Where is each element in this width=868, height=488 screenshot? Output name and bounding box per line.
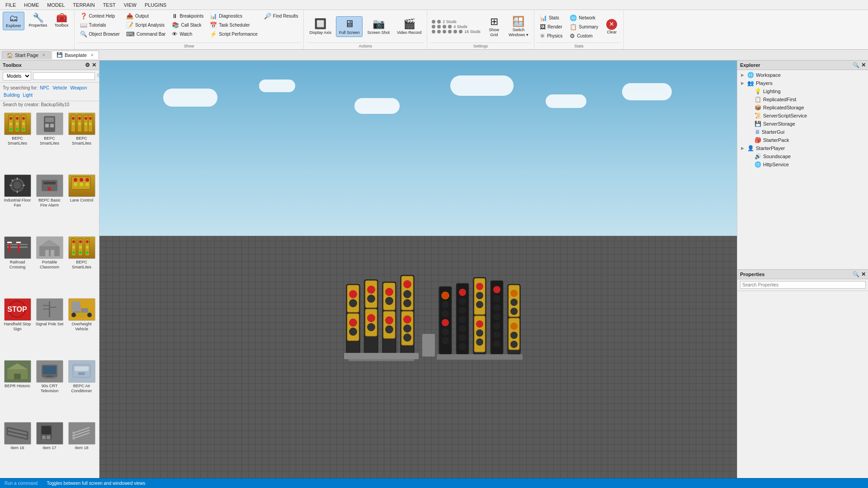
svg-point-1 — [9, 117, 12, 120]
tool-item-17[interactable]: Item 18 — [66, 420, 97, 476]
explorer-filter-icon[interactable]: 🔍 — [853, 62, 859, 68]
toolbox-button[interactable]: 🧰 Toolbox — [52, 12, 71, 29]
tree-server-script-service[interactable]: ▶ 📜 ServerScriptService — [737, 112, 868, 120]
tree-replicated-storage[interactable]: ▶ 📦 ReplicatedStorage — [737, 103, 868, 112]
call-stack-btn[interactable]: 📚Call Stack — [169, 21, 206, 29]
suggestion-weapon[interactable]: Weapon — [70, 85, 87, 90]
explorer-button[interactable]: 🗂 Explorer — [3, 12, 24, 30]
network-btn[interactable]: 🌐Network — [567, 14, 601, 22]
output-btn[interactable]: 📤Output — [123, 12, 168, 20]
tool-item-3[interactable]: Industrial Floor Fan — [2, 173, 33, 234]
tab-start-page[interactable]: 🏠 Start Page ✕ — [2, 51, 51, 59]
tool-item-12[interactable]: BEPR Historic — [2, 358, 33, 419]
video-record-btn[interactable]: 🎬 Video Record — [394, 17, 424, 36]
tool-item-11[interactable]: Overheight Vehicle — [66, 296, 97, 357]
breakpoints-btn[interactable]: ⏸Breakpoints — [169, 12, 206, 20]
tool-item-13[interactable]: 90s CRT Television — [34, 358, 65, 419]
physics-btn[interactable]: ⚛Physics — [537, 32, 565, 40]
menu-view[interactable]: VIEW — [120, 1, 140, 9]
cloud-1 — [163, 89, 217, 107]
tool-item-5[interactable]: Lane Control — [66, 173, 97, 234]
full-screen-btn[interactable]: 🖥 Full Screen — [336, 16, 363, 37]
display-axis-btn[interactable]: 🔲 Display Axis — [307, 17, 334, 36]
svg-rect-50 — [16, 242, 21, 243]
tree-soundscape[interactable]: ▶ 🔊 Soundscape — [737, 152, 868, 160]
clear-btn[interactable]: ✕ Clear — [603, 18, 621, 36]
tool-item-6[interactable]: Railroad Crossing — [2, 235, 33, 296]
tool-item-9[interactable]: STOP Handheld Stop Sign — [2, 296, 33, 357]
ribbon-home-section: 🗂 Explorer 🔧 Properties 🧰 Toolbox — [0, 10, 75, 49]
tool-item-8[interactable]: BEPC SmartLites — [66, 235, 97, 296]
tab-baseplate[interactable]: 💾 Baseplate ✕ — [52, 51, 99, 59]
properties-search-input[interactable] — [740, 281, 866, 289]
tool-item-14[interactable]: BEPC Air Conditioner — [66, 358, 97, 419]
viewport[interactable] — [99, 61, 737, 478]
menu-model[interactable]: MODEL — [43, 1, 68, 9]
creator-info: Search by creator: BackupSilly10 — [0, 101, 99, 109]
tool-item-10[interactable]: Signal Pole Set — [34, 296, 65, 357]
diagnostics-btn[interactable]: 📊Diagnostics — [207, 12, 260, 20]
toolbox-search-input[interactable] — [33, 72, 95, 80]
command-bar-btn[interactable]: ⌨Command Bar — [123, 30, 168, 38]
tree-starter-gui[interactable]: ▶ 🖥 StarterGui — [737, 128, 868, 136]
models-dropdown[interactable]: Models — [3, 72, 31, 80]
switch-windows-btn[interactable]: 🪟 SwitchWindows ▾ — [506, 14, 531, 39]
svg-point-109 — [349, 290, 357, 298]
ribbon-stats-section: 📊Stats 🖼Render ⚛Physics 🌐Network 📋Summar… — [534, 10, 624, 49]
menu-test[interactable]: TEST — [99, 1, 119, 9]
script-perf-btn[interactable]: ⚡Script Performance — [207, 30, 260, 38]
menu-plugins[interactable]: PLUGINS — [141, 1, 170, 9]
properties-filter-icon[interactable]: 🔍 — [853, 271, 859, 277]
suggestion-light[interactable]: Light — [23, 93, 33, 98]
tab-baseplate-close[interactable]: ✕ — [90, 53, 94, 57]
suggestion-vehicle[interactable]: Vehicle — [52, 85, 67, 90]
menu-terrain[interactable]: TERRAIN — [69, 1, 98, 9]
screen-shot-btn[interactable]: 📷 Screen Shot — [364, 17, 392, 36]
toolbox-settings-icon[interactable]: ⚙ — [85, 62, 90, 68]
find-results-btn[interactable]: 🔎Find Results — [261, 12, 301, 20]
tree-starter-pack[interactable]: ▶ 🎒 StarterPack — [737, 136, 868, 144]
context-help-btn[interactable]: ❓Context Help — [77, 12, 123, 20]
script-analysis-btn[interactable]: 📝Script Analysis — [123, 21, 168, 29]
toolbox-close-icon[interactable]: ✕ — [92, 62, 96, 68]
tool-item-0[interactable]: BEPC SmartLites — [2, 111, 33, 172]
tab-baseplate-label: Baseplate — [65, 52, 87, 58]
tool-item-4[interactable]: BEPC Basic Fire Alarm — [34, 173, 65, 234]
tree-server-storage[interactable]: ▶ 💾 ServerStorage — [737, 120, 868, 128]
svg-point-171 — [493, 340, 500, 347]
suggestion-building[interactable]: Building — [4, 93, 20, 98]
task-scheduler-btn[interactable]: 📅Task Scheduler — [207, 21, 260, 29]
svg-point-154 — [459, 343, 466, 350]
tree-http-service[interactable]: ▶ 🌐 HttpService — [737, 160, 868, 169]
tool-label-13: 90s CRT Television — [35, 384, 64, 394]
menu-home[interactable]: HOME — [20, 1, 42, 9]
svg-point-166 — [493, 295, 500, 302]
tool-item-2[interactable]: BEPC SmartLites — [66, 111, 97, 172]
svg-point-141 — [442, 292, 449, 299]
watch-btn[interactable]: 👁Watch — [169, 30, 206, 38]
suggestion-npc[interactable]: NPC — [40, 85, 49, 90]
tool-label-5: Lane Control — [70, 198, 94, 203]
summary-btn[interactable]: 📋Summary — [567, 23, 601, 31]
tree-replicated-first[interactable]: ▶ 📋 ReplicatedFirst — [737, 95, 868, 103]
tool-item-15[interactable]: Item 16 — [2, 420, 33, 476]
stats-btn[interactable]: 📊Stats — [537, 14, 565, 22]
explorer-close-icon[interactable]: ✕ — [861, 62, 866, 68]
tree-lighting[interactable]: ▶ 💡 Lighting — [737, 87, 868, 95]
properties-close-icon[interactable]: ✕ — [861, 271, 866, 277]
tool-item-16[interactable]: Item 17 — [34, 420, 65, 476]
properties-button[interactable]: 🔧 Properties — [26, 12, 50, 29]
custom-btn[interactable]: ⚙Custom — [567, 32, 601, 40]
tutorials-btn[interactable]: 📖Tutorials — [77, 21, 123, 29]
tool-item-7[interactable]: Portable Classroom — [34, 235, 65, 296]
tree-starter-player[interactable]: ▶ 👤 StarterPlayer — [737, 144, 868, 152]
tool-label-2: BEPC SmartLites — [67, 136, 96, 146]
tree-players[interactable]: ▶ 👥 Players — [737, 79, 868, 87]
tab-start-close[interactable]: ✕ — [42, 53, 46, 57]
tool-item-1[interactable]: BEPC SmartLites — [34, 111, 65, 172]
render-btn[interactable]: 🖼Render — [537, 23, 565, 31]
menu-file[interactable]: FILE — [2, 1, 19, 9]
show-grid-btn[interactable]: ⊞ ShowGrid — [485, 14, 503, 39]
tree-workspace[interactable]: ▶ 🌐 Workspace — [737, 71, 868, 79]
object-browser-btn[interactable]: 🔍Object Browser — [77, 30, 123, 38]
